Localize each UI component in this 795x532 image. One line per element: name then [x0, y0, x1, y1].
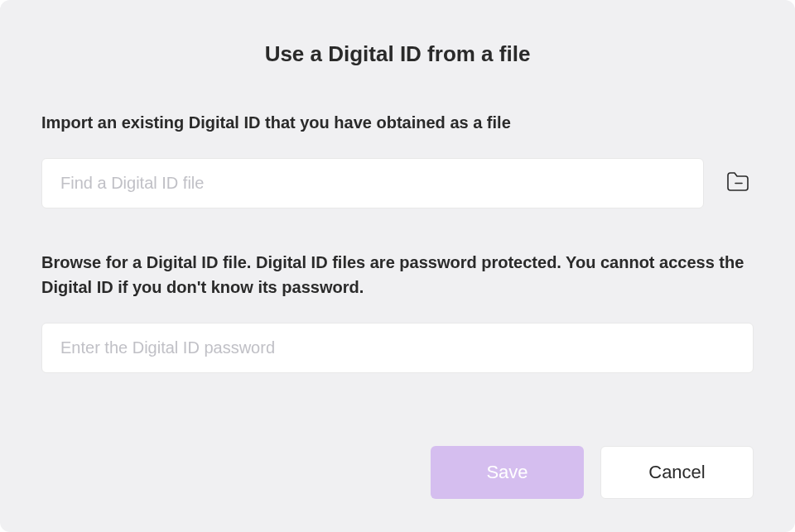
password-input[interactable]	[41, 323, 754, 373]
file-path-input[interactable]	[41, 158, 704, 208]
import-label: Import an existing Digital ID that you h…	[41, 110, 754, 135]
dialog-title: Use a Digital ID from a file	[41, 41, 754, 67]
save-button[interactable]: Save	[431, 446, 584, 499]
browse-description: Browse for a Digital ID file. Digital ID…	[41, 250, 754, 300]
file-input-row	[41, 158, 754, 208]
folder-icon	[725, 171, 750, 195]
dialog-buttons: Save Cancel	[41, 446, 754, 499]
cancel-button[interactable]: Cancel	[600, 446, 754, 499]
browse-button[interactable]	[722, 168, 754, 199]
digital-id-dialog: Use a Digital ID from a file Import an e…	[0, 0, 795, 532]
